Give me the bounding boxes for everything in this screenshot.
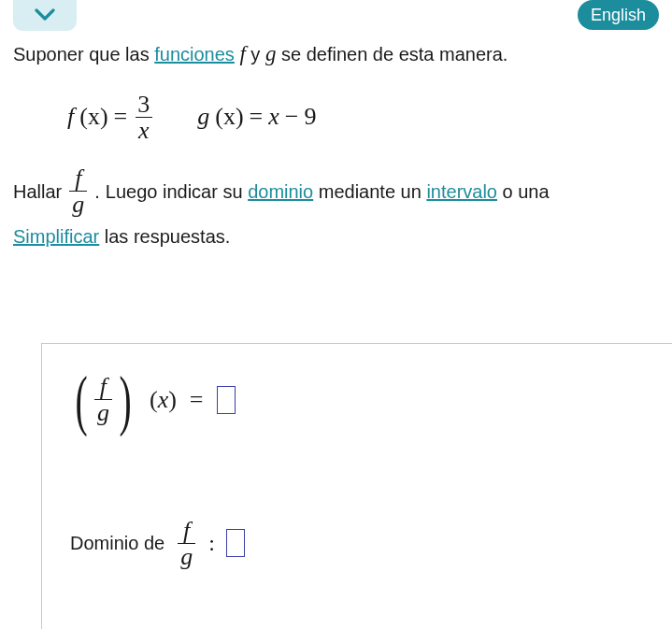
quotient-equation: ( f g ) (x) = — [70, 374, 672, 426]
g-var: g — [265, 42, 277, 65]
fraction-3-over-x: 3 x — [135, 92, 152, 144]
fraction-f-over-g: f g — [69, 165, 87, 218]
domain-line: Dominio de f g : — [70, 518, 672, 570]
quotient-input[interactable] — [217, 386, 236, 414]
domain-input[interactable] — [226, 529, 245, 557]
chevron-down-icon — [35, 5, 55, 26]
answer-area: ( f g ) (x) = Dominio de f g : — [41, 343, 672, 629]
function-definitions: f(x) = 3 x g(x) = x − 9 — [0, 71, 672, 157]
fraction-f-over-g-2: f g — [178, 518, 195, 570]
f-definition: f(x) = 3 x — [67, 92, 154, 144]
problem-statement: Suponer que las funciones f y g se defin… — [0, 31, 672, 71]
simplificar-link[interactable]: Simplificar — [13, 226, 99, 247]
g-definition: g(x) = x − 9 — [197, 103, 316, 131]
instruction-line-1: Hallar f g . Luego indicar su dominio me… — [0, 156, 672, 218]
language-button[interactable]: English — [578, 0, 659, 30]
paren-f-over-g: ( f g ) — [70, 374, 136, 426]
collapse-button[interactable] — [13, 0, 77, 31]
instruction-line-2: Simplificar las respuestas. — [0, 218, 672, 251]
dominio-link[interactable]: dominio — [248, 181, 313, 202]
intervalo-link[interactable]: intervalo — [426, 181, 497, 202]
language-label: English — [591, 6, 646, 25]
funciones-link[interactable]: funciones — [154, 44, 235, 64]
